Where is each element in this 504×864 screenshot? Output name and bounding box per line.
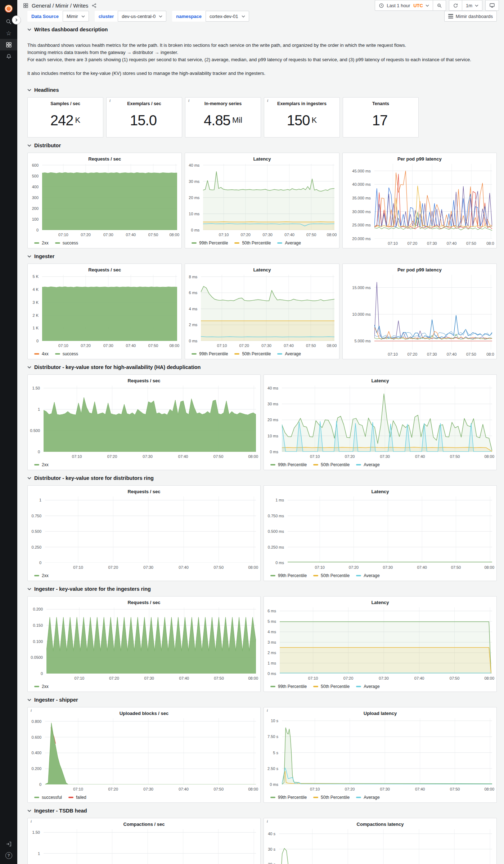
refresh-button[interactable] (449, 0, 462, 11)
legend-item[interactable]: 99th Percentile (270, 795, 307, 800)
chart-plot-area[interactable] (203, 164, 334, 230)
panel-title[interactable]: Compactions / sec (28, 818, 260, 827)
panel-title[interactable]: Requests / sec (28, 153, 181, 162)
info-icon[interactable]: i (267, 98, 268, 103)
section-header-shipper[interactable]: Ingester - shipper (27, 696, 497, 703)
time-range-button[interactable]: Last 1 hour UTC (375, 0, 433, 11)
chart-plot-area[interactable] (282, 718, 492, 784)
panel-title[interactable]: Requests / sec (28, 597, 260, 605)
chart-plot-area[interactable] (280, 607, 492, 674)
chart-plot-area[interactable] (46, 607, 256, 674)
legend-item[interactable]: 2xx (34, 573, 49, 578)
legend-item[interactable]: 2xx (34, 684, 49, 689)
info-icon[interactable]: i (109, 98, 111, 103)
panel-title[interactable]: Latency (185, 153, 339, 162)
stat-label[interactable]: Exemplars in ingesters (264, 98, 339, 106)
sign-in-icon[interactable] (0, 838, 17, 850)
stat-label[interactable]: Exemplars / sec (107, 98, 182, 106)
panel-title[interactable]: Latency (185, 264, 339, 273)
stat-label[interactable]: Samples / sec (28, 98, 103, 106)
legend-item[interactable]: 2xx (34, 240, 49, 246)
stat-label[interactable]: In-memory series (185, 98, 261, 106)
section-header-ingester[interactable]: Ingester (27, 253, 497, 260)
help-icon[interactable]: ? (0, 850, 17, 861)
info-icon[interactable]: i (188, 98, 189, 103)
legend-item[interactable]: 4xx (34, 351, 49, 356)
chart-plot-area[interactable] (279, 829, 492, 864)
chart-plot-area[interactable] (45, 496, 256, 563)
legend-item[interactable]: 50th Percentile (313, 795, 350, 800)
legend-item[interactable]: Average (277, 351, 301, 356)
section-header-headlines[interactable]: Headlines (27, 86, 497, 94)
chart-plot-area[interactable] (44, 386, 256, 452)
section-header-ingesters-ring[interactable]: Ingester - key-value store for the inges… (27, 585, 497, 593)
panel-title[interactable]: Upload latency (264, 707, 496, 716)
legend-item[interactable]: Average (277, 240, 301, 246)
panel-title[interactable]: Per pod p99 latency (343, 153, 496, 162)
section-header-distributor[interactable]: Distributor (27, 142, 497, 149)
panel-row: Requests / sec00.50011.5007:1007:2007:30… (27, 374, 497, 470)
legend-item[interactable]: 99th Percentile (270, 462, 307, 467)
chart-plot-area[interactable] (374, 275, 492, 350)
chart-plot-area[interactable] (42, 275, 177, 341)
panel-title[interactable]: Compactions latency (264, 818, 496, 827)
section-header-tsdb-head[interactable]: Ingester - TSDB head (27, 807, 497, 814)
chart-plot-area[interactable] (282, 386, 492, 452)
legend-item[interactable]: Average (356, 462, 379, 467)
section-header-description[interactable]: Writes dashboard description (27, 26, 497, 33)
legend-item[interactable]: 99th Percentile (192, 240, 228, 246)
dashboards-icon[interactable] (0, 39, 17, 50)
expand-sidebar-button[interactable] (12, 15, 21, 24)
refresh-interval-dropdown[interactable]: 1m (462, 0, 482, 11)
tv-mode-button[interactable] (485, 0, 499, 11)
zoom-out-button[interactable] (433, 0, 446, 11)
panel-title[interactable]: Uploaded blocks / sec (28, 707, 260, 716)
chart-plot-area[interactable] (201, 275, 334, 341)
legend-item[interactable]: Average (356, 795, 379, 800)
mimir-dashboards-button[interactable]: Mimir dashboards (444, 11, 497, 22)
legend-item[interactable]: 50th Percentile (313, 684, 350, 689)
legend-item[interactable]: 50th Percentile (234, 240, 271, 246)
legend-item[interactable]: 2xx (34, 462, 49, 467)
legend-item[interactable]: 50th Percentile (234, 351, 271, 356)
panel-title[interactable]: Per pod p99 latency (343, 264, 496, 273)
chart-plot-area[interactable] (45, 718, 256, 784)
legend-item[interactable]: Average (356, 573, 379, 578)
chart-plot-area[interactable] (44, 829, 256, 864)
legend-item[interactable]: failed (68, 795, 86, 800)
panel-title[interactable]: Latency (264, 597, 496, 605)
legend-item[interactable]: 50th Percentile (313, 462, 350, 467)
panel-title[interactable]: Requests / sec (28, 375, 260, 383)
info-icon[interactable]: i (267, 819, 268, 823)
legend-item[interactable]: Average (356, 684, 379, 689)
panel-title[interactable]: Latency (264, 375, 496, 383)
x-axis-tick: 07:30 (373, 565, 402, 570)
legend-item[interactable]: success (55, 351, 78, 356)
grafana-logo-icon[interactable] (0, 1, 17, 16)
legend-item[interactable]: successful (34, 795, 62, 800)
chart-plot-area[interactable] (374, 164, 492, 239)
variable-value-dropdown[interactable]: dev-us-central-0 (118, 11, 166, 22)
chart-plot-area[interactable] (42, 164, 177, 230)
legend-item[interactable]: 99th Percentile (270, 684, 307, 689)
star-icon[interactable]: ☆ (0, 27, 17, 39)
panel-title[interactable]: Requests / sec (28, 264, 181, 273)
legend-item[interactable]: 50th Percentile (313, 573, 350, 578)
breadcrumb[interactable]: General / Mimir / Writes (23, 3, 97, 9)
info-icon[interactable]: i (267, 708, 268, 712)
info-icon[interactable]: i (31, 708, 32, 712)
panel-title[interactable]: Latency (264, 486, 496, 494)
legend-item[interactable]: 99th Percentile (192, 351, 228, 356)
section-header-ha-dedup[interactable]: Distributor - key-value store for high-a… (27, 364, 497, 371)
share-icon[interactable] (91, 3, 97, 8)
section-header-distributors-ring[interactable]: Distributor - key-value store for distri… (27, 474, 497, 482)
variable-value-dropdown[interactable]: cortex-dev-01 (206, 11, 249, 22)
stat-label[interactable]: Tenants (343, 98, 418, 106)
legend-item[interactable]: 99th Percentile (270, 573, 307, 578)
legend-item[interactable]: success (55, 240, 78, 246)
info-icon[interactable]: i (31, 819, 32, 823)
alerting-bell-icon[interactable] (0, 50, 17, 62)
panel-title[interactable]: Requests / sec (28, 486, 260, 494)
chart-plot-area[interactable] (288, 496, 492, 563)
variable-value-dropdown[interactable]: Mimir (63, 11, 89, 22)
